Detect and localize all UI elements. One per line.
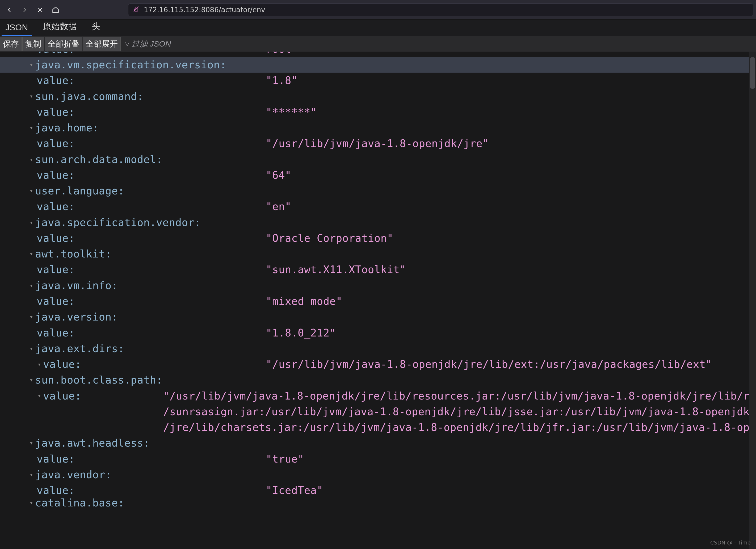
json-row[interactable]: ▾sun.arch.data.model: <box>0 152 756 167</box>
json-row[interactable]: ▾sun.boot.class.path: <box>0 372 756 388</box>
twisty-icon[interactable]: ▾ <box>29 439 34 447</box>
json-row[interactable]: ▾java.awt.headless: <box>0 435 756 451</box>
json-value: "sun.awt.X11.XToolkit" <box>266 262 406 278</box>
json-row[interactable]: ▾value:"/usr/lib/jvm/java-1.8-openjdk/jr… <box>0 357 756 372</box>
twisty-icon[interactable]: ▾ <box>29 470 34 479</box>
json-value: "IcedTea" <box>266 483 323 498</box>
twisty-icon[interactable]: ▾ <box>29 344 34 353</box>
json-row[interactable]: ▾java.home: <box>0 120 756 136</box>
url-text: 172.16.115.152:8086/actuator/env <box>144 6 265 14</box>
json-key-cell: value: <box>0 230 266 246</box>
json-key: java.version: <box>35 309 118 325</box>
twisty-icon[interactable]: ▾ <box>37 391 42 400</box>
json-key: java.home: <box>35 120 99 136</box>
json-key-cell: ▾java.vm.specification.version: <box>0 57 266 73</box>
json-row[interactable]: ▾java.vm.specification.version: <box>0 57 756 73</box>
twisty-icon[interactable]: ▾ <box>29 249 34 258</box>
scrollbar-thumb[interactable] <box>750 57 755 89</box>
json-row[interactable]: ▾value:"/usr/lib/jvm/java-1.8-openjdk/jr… <box>0 388 756 404</box>
filter-placeholder: 过滤 JSON <box>132 39 171 49</box>
json-row[interactable]: value:"en" <box>0 199 756 214</box>
json-key-cell: ▾java.vm.info: <box>0 278 266 294</box>
json-key: catalina.base: <box>35 498 124 507</box>
url-bar[interactable]: 172.16.115.152:8086/actuator/env <box>128 3 753 16</box>
filter-icon: ▽ <box>125 40 129 47</box>
json-row-continuation: /sunrsasign.jar:/usr/lib/jvm/java-1.8-op… <box>0 404 756 420</box>
json-key-cell: value: <box>0 325 266 341</box>
json-key: user.language: <box>35 183 124 199</box>
twisty-icon[interactable]: ▾ <box>29 376 34 384</box>
json-row[interactable]: value:"sun.awt.X11.XToolkit" <box>0 262 756 278</box>
back-button[interactable] <box>3 3 16 16</box>
json-row[interactable]: value:"******" <box>0 104 756 120</box>
copy-button[interactable]: 复制 <box>22 37 44 51</box>
filter-json-input[interactable]: ▽ 过滤 JSON <box>121 39 171 49</box>
twisty-icon[interactable]: ▾ <box>29 281 34 290</box>
json-key-cell: ▾awt.toolkit: <box>0 246 266 262</box>
json-row[interactable]: value:"/usr/lib/jvm/java-1.8-openjdk/jre… <box>0 136 756 151</box>
json-key-cell: value: <box>0 167 266 183</box>
json-key: value: <box>37 294 75 309</box>
json-key: awt.toolkit: <box>35 246 112 262</box>
json-row[interactable]: ▾java.specification.vendor: <box>0 215 756 230</box>
json-key-cell: ▾java.ext.dirs: <box>0 341 266 357</box>
twisty-icon[interactable]: ▾ <box>29 313 34 321</box>
json-row[interactable]: value:root <box>0 52 756 57</box>
twisty-icon[interactable]: ▾ <box>29 60 34 69</box>
json-key-cell: ▾value: <box>0 357 266 372</box>
json-key: java.vm.info: <box>35 278 118 294</box>
json-key-cell: value: <box>0 199 266 214</box>
json-key-cell: value: <box>0 294 266 309</box>
json-row[interactable]: value:"IcedTea" <box>0 483 756 498</box>
tab-raw-data[interactable]: 原始数据 <box>39 19 81 36</box>
json-key: value: <box>37 451 75 467</box>
json-key: java.ext.dirs: <box>35 341 124 357</box>
json-row[interactable]: value:"64" <box>0 167 756 183</box>
twisty-icon[interactable]: ▾ <box>29 123 34 132</box>
json-row[interactable]: value:"1.8" <box>0 73 756 88</box>
vertical-scrollbar[interactable] <box>749 52 756 549</box>
json-row[interactable]: ▾java.version: <box>0 309 756 325</box>
expand-all-button[interactable]: 全部展开 <box>83 37 121 51</box>
json-value: /sunrsasign.jar:/usr/lib/jvm/java-1.8-op… <box>163 404 756 420</box>
json-row[interactable]: ▾java.vm.info: <box>0 278 756 294</box>
json-value: "true" <box>266 451 304 467</box>
twisty-icon[interactable]: ▾ <box>29 155 34 164</box>
twisty-icon[interactable]: ▾ <box>29 92 34 100</box>
twisty-icon[interactable]: ▾ <box>29 186 34 195</box>
collapse-all-button[interactable]: 全部折叠 <box>45 37 82 51</box>
json-row[interactable]: value:"true" <box>0 451 756 467</box>
json-row[interactable]: ▾awt.toolkit: <box>0 246 756 262</box>
stop-button[interactable] <box>33 3 47 16</box>
json-row[interactable]: ▾user.language: <box>0 183 756 199</box>
tab-headers[interactable]: 头 <box>88 19 104 36</box>
json-row[interactable]: value:"1.8.0_212" <box>0 325 756 341</box>
save-button[interactable]: 保存 <box>0 37 22 51</box>
json-row[interactable]: ▾java.ext.dirs: <box>0 341 756 357</box>
json-row[interactable]: ▾sun.java.command: <box>0 89 756 104</box>
json-key-cell: value: <box>0 262 266 278</box>
forward-button[interactable] <box>18 3 31 16</box>
json-row[interactable]: value:"mixed mode" <box>0 294 756 309</box>
json-row[interactable]: value:"Oracle Corporation" <box>0 230 756 246</box>
json-key: value: <box>37 230 75 246</box>
json-key-cell: value: <box>0 73 266 88</box>
json-key-cell: value: <box>0 104 266 120</box>
twisty-icon[interactable]: ▾ <box>29 218 34 227</box>
json-row[interactable]: ▾java.vendor: <box>0 467 756 483</box>
twisty-icon[interactable]: ▾ <box>37 360 42 369</box>
twisty-icon[interactable]: ▾ <box>29 498 34 507</box>
json-value: "/usr/lib/jvm/java-1.8-openjdk/jre/lib/r… <box>163 388 756 404</box>
json-key: value: <box>43 388 81 404</box>
json-value: "Oracle Corporation" <box>266 230 393 246</box>
json-key: value: <box>37 73 75 88</box>
tab-json[interactable]: JSON <box>2 21 32 36</box>
home-button[interactable] <box>49 3 62 16</box>
json-row[interactable]: ▾catalina.base: <box>0 498 756 507</box>
json-viewer[interactable]: value:root▾java.vm.specification.version… <box>0 52 756 507</box>
json-value: "/usr/lib/jvm/java-1.8-openjdk/jre" <box>266 136 489 151</box>
json-value: "1.8.0_212" <box>266 325 336 341</box>
json-key: value: <box>37 104 75 120</box>
json-key: sun.java.command: <box>35 89 144 104</box>
json-value: "/usr/lib/jvm/java-1.8-openjdk/jre/lib/e… <box>266 357 712 372</box>
